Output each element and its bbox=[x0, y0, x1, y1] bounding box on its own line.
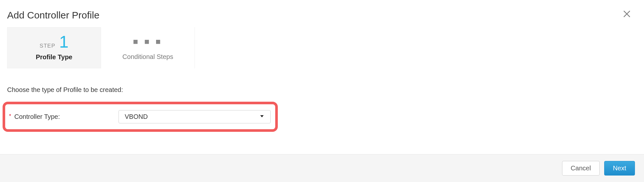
controller-type-row-highlight: * Controller Type: VBOND bbox=[3, 102, 278, 132]
ellipsis-icon: ■ ■ ■ bbox=[114, 33, 182, 50]
close-icon[interactable] bbox=[619, 10, 634, 19]
step-name: Profile Type bbox=[20, 53, 88, 61]
chevron-down-icon bbox=[259, 114, 265, 120]
svg-marker-2 bbox=[260, 115, 264, 117]
dialog-title: Add Controller Profile bbox=[7, 10, 99, 21]
controller-type-value: VBOND bbox=[125, 113, 148, 120]
step-prefix: STEP bbox=[40, 43, 55, 49]
step-name: Conditional Steps bbox=[114, 53, 182, 61]
controller-type-label: Controller Type: bbox=[14, 113, 118, 120]
cancel-button[interactable]: Cancel bbox=[562, 161, 600, 176]
required-asterisk: * bbox=[9, 113, 11, 119]
controller-type-select[interactable]: VBOND bbox=[119, 110, 271, 123]
wizard-steps: STEP 1 Profile Type ■ ■ ■ Conditional St… bbox=[0, 27, 644, 68]
step-conditional: ■ ■ ■ Conditional Steps bbox=[101, 27, 195, 68]
dialog-footer: Cancel Next bbox=[0, 154, 644, 182]
step-1-profile-type[interactable]: STEP 1 Profile Type bbox=[7, 27, 101, 68]
next-button[interactable]: Next bbox=[604, 161, 635, 176]
step-number: 1 bbox=[59, 33, 69, 50]
prompt-text: Choose the type of Profile to be created… bbox=[0, 68, 644, 102]
